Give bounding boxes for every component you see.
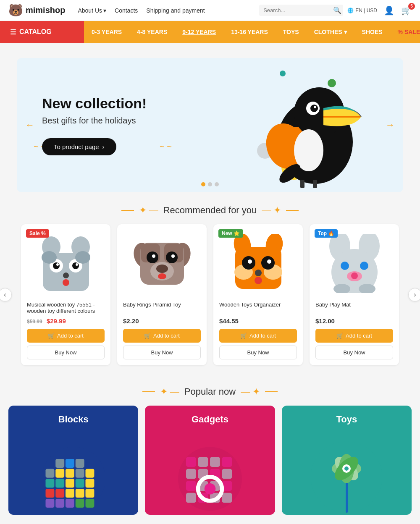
- hero-prev-button[interactable]: ←: [25, 120, 34, 131]
- svg-rect-70: [85, 479, 94, 488]
- svg-rect-65: [85, 469, 94, 478]
- hero-dot-2[interactable]: [208, 182, 212, 186]
- svg-point-20: [76, 263, 78, 266]
- svg-point-51: [341, 262, 349, 270]
- svg-rect-60: [75, 459, 84, 468]
- hero-cta-button[interactable]: To product page ›: [42, 138, 116, 155]
- products-row: Sale %: [13, 224, 407, 365]
- product-image-3: [315, 230, 393, 297]
- hero-dot-1[interactable]: [201, 182, 205, 186]
- svg-point-23: [42, 251, 57, 264]
- svg-rect-83: [198, 457, 208, 467]
- chevron-right-icon: ›: [102, 143, 105, 150]
- svg-point-43: [248, 259, 252, 264]
- svg-rect-90: [186, 481, 196, 491]
- nav-cat-shoes[interactable]: SHOES: [354, 21, 390, 43]
- product-name-3: Baby Play Mat: [315, 301, 393, 314]
- search-bar[interactable]: 🔍: [259, 5, 343, 16]
- svg-point-32: [166, 252, 178, 263]
- add-to-cart-button-3[interactable]: 🛒 Add to cart: [315, 329, 393, 343]
- add-to-cart-button-2[interactable]: 🛒 Add to cart: [219, 329, 297, 343]
- svg-point-17: [56, 263, 59, 266]
- add-to-cart-button-1[interactable]: 🛒 Add to cart: [123, 329, 201, 343]
- globe-icon: 🌐: [347, 8, 354, 13]
- nav-cat-4-8[interactable]: 4-8 YEARS: [129, 21, 175, 43]
- products-prev-button[interactable]: ‹: [0, 288, 12, 301]
- popular-card-blocks[interactable]: Blocks: [8, 406, 138, 515]
- nav-cat-9-12[interactable]: 9-12 YEARS: [175, 21, 223, 43]
- logo[interactable]: 🐻 mimishop: [8, 3, 65, 17]
- nav-cat-toys[interactable]: TOYS: [276, 21, 307, 43]
- nav-shipping[interactable]: Shipping and payment: [146, 7, 205, 14]
- add-to-cart-button-0[interactable]: 🛒 Add to cart: [27, 329, 105, 343]
- header-icons: 🌐 EN | USD 👤 🛒 5: [347, 5, 412, 16]
- products-next-button[interactable]: ›: [408, 288, 420, 301]
- svg-rect-85: [222, 457, 232, 467]
- svg-rect-75: [85, 489, 94, 498]
- svg-rect-61: [45, 469, 54, 478]
- navbar: ☰ CATALOG 0-3 YEARS 4-8 YEARS 9-12 YEARS…: [0, 21, 420, 43]
- svg-rect-69: [75, 479, 84, 488]
- catalog-button[interactable]: ☰ CATALOG: [0, 21, 84, 43]
- buy-now-button-2[interactable]: Buy Now: [219, 346, 297, 359]
- chevron-down-icon: ▾: [344, 29, 347, 35]
- svg-point-36: [158, 273, 166, 279]
- cart-icon: 🛒: [48, 333, 55, 339]
- svg-point-35: [156, 265, 168, 273]
- language-selector[interactable]: 🌐 EN | USD: [347, 8, 377, 13]
- svg-rect-76: [45, 499, 54, 508]
- hero-content: New collection! Best gifts for the holid…: [42, 95, 378, 155]
- cart-badge: 5: [408, 3, 415, 10]
- svg-rect-101: [346, 481, 348, 513]
- blocks-illustration: [32, 435, 116, 515]
- svg-rect-67: [55, 479, 64, 488]
- svg-point-16: [53, 262, 60, 269]
- popular-section: ✦ — Popular now — ✦ Blocks: [0, 365, 420, 524]
- popular-card-toys[interactable]: Toys: [282, 406, 412, 515]
- cart-icon: 🛒: [144, 333, 151, 339]
- product-price-1: $2.20: [123, 317, 201, 325]
- product-name-0: Musical wooden toy 75551 - wooden toy di…: [27, 301, 105, 314]
- buy-now-button-0[interactable]: Buy Now: [27, 346, 105, 359]
- product-image-0: [27, 230, 105, 297]
- hamburger-icon: ☰: [10, 28, 16, 36]
- search-icon[interactable]: 🔍: [333, 6, 341, 14]
- toys-illustration: [304, 427, 388, 515]
- svg-rect-66: [45, 479, 54, 488]
- svg-rect-68: [66, 479, 74, 488]
- nav-cat-sale[interactable]: % SALE: [390, 21, 420, 43]
- header: 🐻 mimishop About Us ▾ Contacts Shipping …: [0, 0, 420, 21]
- popular-card-gadgets[interactable]: Gadgets: [145, 406, 275, 515]
- nav-contacts[interactable]: Contacts: [115, 7, 138, 14]
- nav-about[interactable]: About Us ▾: [78, 7, 106, 14]
- recommended-title: ✦ — Recommended for you — ✦: [0, 205, 420, 216]
- product-badge-0: Sale %: [26, 229, 49, 238]
- hero-next-button[interactable]: →: [386, 120, 395, 131]
- svg-rect-78: [66, 499, 74, 508]
- svg-rect-94: [186, 493, 196, 503]
- product-name-1: Baby Rings Piramid Toy: [123, 301, 201, 314]
- product-name-2: Wooden Toys Organaizer: [219, 301, 297, 314]
- nav-cat-13-16[interactable]: 13-16 YEARS: [223, 21, 276, 43]
- product-price-2: $44.55: [219, 317, 297, 325]
- cart-button[interactable]: 🛒 5: [401, 5, 412, 16]
- buy-now-button-3[interactable]: Buy Now: [315, 346, 393, 359]
- products-wrapper: ‹ Sale %: [0, 224, 420, 365]
- user-icon[interactable]: 👤: [384, 5, 394, 16]
- nav-cat-clothes[interactable]: CLOTHES ▾: [307, 21, 354, 43]
- recommended-section: ✦ — Recommended for you — ✦ ‹ Sale %: [0, 205, 420, 365]
- search-input[interactable]: [263, 7, 331, 13]
- catalog-label: CATALOG: [19, 28, 52, 36]
- nav-cat-0-3[interactable]: 0-3 YEARS: [84, 21, 129, 43]
- svg-rect-86: [186, 469, 196, 479]
- deco-left-popular: ✦ —: [160, 386, 179, 397]
- buy-now-button-1[interactable]: Buy Now: [123, 346, 201, 359]
- svg-rect-62: [55, 469, 64, 478]
- product-price-3: $12.00: [315, 317, 393, 325]
- svg-rect-59: [66, 459, 74, 468]
- svg-point-31: [152, 254, 155, 258]
- svg-rect-97: [222, 493, 232, 503]
- hero-dot-3[interactable]: [215, 182, 219, 186]
- svg-point-24: [75, 251, 90, 264]
- product-image-2: [219, 230, 297, 297]
